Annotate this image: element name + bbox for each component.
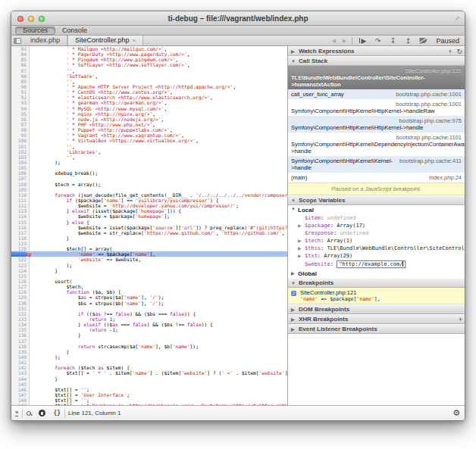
- code-line[interactable]: 115 } else {: [11, 220, 287, 225]
- add-watch-icon[interactable]: +: [448, 47, 452, 56]
- history-forward-icon[interactable]: ▶: [339, 38, 349, 44]
- line-number-gutter[interactable]: 137: [11, 338, 30, 344]
- code-line[interactable]: 128 function ($a, $b) {: [11, 289, 287, 295]
- close-window-icon[interactable]: [17, 16, 23, 22]
- refresh-watch-icon[interactable]: ↻: [456, 47, 462, 56]
- line-number-gutter[interactable]: 145: [11, 382, 30, 387]
- code-line[interactable]: 141: [11, 360, 287, 365]
- code-line[interactable]: 117 $website = str_replace('https://www.…: [11, 230, 287, 235]
- code-line[interactable]: 147 $txt[] = 'User Interface';: [11, 392, 287, 398]
- line-number-gutter[interactable]: 100: [11, 138, 30, 143]
- line-number-gutter[interactable]: 109: [11, 187, 30, 192]
- call-stack-frame[interactable]: bootstrap.php.cache:411Symfony\Component…: [288, 156, 465, 173]
- line-number-gutter[interactable]: 112: [11, 203, 30, 208]
- code-line[interactable]: 123 );: [11, 263, 287, 268]
- code-editor[interactable]: 83 ' * Mailgun <http://mailgun.com/>',84…: [11, 46, 287, 405]
- code-line[interactable]: 113 } elseif (isset($package['homepage']…: [11, 208, 287, 214]
- code-line[interactable]: 122 'website' => $website,: [11, 257, 287, 262]
- line-number-gutter[interactable]: 120: [11, 246, 30, 251]
- line-number-gutter[interactable]: 104: [11, 160, 30, 165]
- line-number-gutter[interactable]: 128: [11, 289, 30, 295]
- close-tab-icon[interactable]: ×: [133, 37, 136, 44]
- call-stack-frame[interactable]: index.php:24(main): [288, 173, 465, 182]
- tab-console[interactable]: Console: [55, 27, 94, 35]
- line-number-gutter[interactable]: 125: [11, 273, 30, 279]
- code-line[interactable]: 92 ' * elasticsearch <http://www.elastic…: [11, 95, 287, 100]
- code-line[interactable]: 145: [11, 382, 287, 387]
- line-number-gutter[interactable]: 107: [11, 176, 30, 181]
- code-line[interactable]: 137: [11, 338, 287, 344]
- breakpoint-checkbox[interactable]: ✓: [291, 291, 296, 296]
- code-line[interactable]: 87 '',: [11, 68, 287, 73]
- line-number-gutter[interactable]: 98: [11, 127, 30, 133]
- code-line[interactable]: 85 ' * Pingdom <http://www.pingdom.com/>…: [11, 57, 287, 62]
- resume-button[interactable]: ▶: [355, 37, 370, 45]
- scope-variable[interactable]: $response: undefined: [288, 229, 465, 237]
- line-number-gutter[interactable]: 143: [11, 370, 30, 376]
- code-line[interactable]: 116 $website = isset($package['source'][…: [11, 225, 287, 230]
- code-line[interactable]: 126 usort(: [11, 279, 287, 284]
- line-number-gutter[interactable]: 101: [11, 144, 30, 149]
- minimize-window-icon[interactable]: [28, 16, 34, 22]
- line-number-gutter[interactable]: 148: [11, 398, 30, 403]
- code-line[interactable]: 86 ' * SoftLayer <http://www.softlayer.c…: [11, 62, 287, 67]
- line-number-gutter[interactable]: 90: [11, 84, 30, 89]
- call-stack-frame[interactable]: bootstrap.php.cache:975Symfony\Component…: [288, 116, 465, 133]
- file-tab-sitecontroller[interactable]: SiteController.php×: [67, 36, 143, 45]
- code-line[interactable]: 118 }: [11, 235, 287, 241]
- code-line[interactable]: 91 ' * CentOS <http://www.centos.org/>',: [11, 89, 287, 95]
- step-out-button[interactable]: ↥: [400, 37, 415, 45]
- line-number-gutter[interactable]: 130: [11, 301, 30, 306]
- code-line[interactable]: 119: [11, 241, 287, 246]
- line-number-gutter[interactable]: 102: [11, 149, 30, 154]
- line-number-gutter[interactable]: 103: [11, 154, 30, 160]
- line-number-gutter[interactable]: 126: [11, 279, 30, 284]
- line-number-gutter[interactable]: 89: [11, 79, 30, 84]
- execution-line[interactable]: 121 'name' => $package['name'],: [11, 251, 287, 257]
- section-scope-variables[interactable]: ▼ Scope Variables: [288, 195, 465, 205]
- line-number-gutter[interactable]: 88: [11, 73, 30, 79]
- search-button[interactable]: [27, 411, 31, 416]
- call-stack-frame[interactable]: bootstrap.php.cache:1001call_user_func_a…: [288, 89, 465, 99]
- scope-variable[interactable]: $item: undefined: [288, 214, 465, 222]
- code-line[interactable]: 142 foreach ($tech as $item) {: [11, 365, 287, 370]
- code-line[interactable]: 132 if (($as !== false) && ($bs === fals…: [11, 311, 287, 316]
- line-number-gutter[interactable]: 114: [11, 214, 30, 219]
- line-number-gutter[interactable]: 106: [11, 170, 30, 176]
- code-line[interactable]: 97 ' * PHP <http://www.php.net/>',: [11, 122, 287, 127]
- line-number-gutter[interactable]: 144: [11, 376, 30, 382]
- line-number-gutter[interactable]: 117: [11, 230, 30, 235]
- section-watch-expressions[interactable]: ▶ Watch Expressions + ↻: [288, 46, 465, 56]
- code-line[interactable]: 90 ' * Apache HTTP Server Project <http:…: [11, 84, 287, 89]
- section-dom-breakpoints[interactable]: ▶ DOM Breakpoints: [288, 304, 465, 314]
- step-over-button[interactable]: ↷: [370, 37, 385, 45]
- code-line[interactable]: 108 $tech = array();: [11, 182, 287, 187]
- scope-variable[interactable]: ▶$tech: Array(1): [288, 237, 465, 245]
- variable-edit-input[interactable]: "http://example.com/: [337, 260, 406, 268]
- call-stack-frame[interactable]: bootstrap.php.cache:1001Symfony\Componen…: [288, 99, 465, 116]
- code-line[interactable]: 96 ' * node.js <http://nodejs.org/>',: [11, 117, 287, 122]
- code-line[interactable]: 143 $txt[] = ' * ' . $item['name'] . ($i…: [11, 370, 287, 376]
- code-line[interactable]: 129 $as = strpos($a['name'], '/');: [11, 295, 287, 300]
- line-number-gutter[interactable]: 141: [11, 360, 30, 365]
- line-number-gutter[interactable]: 97: [11, 122, 30, 127]
- console-toggle-button[interactable]: »: [15, 410, 18, 416]
- line-number-gutter[interactable]: 118: [11, 235, 30, 241]
- call-stack-frame[interactable]: bootstrap.php.cache:1101Symfony\Componen…: [288, 133, 465, 156]
- zoom-window-icon[interactable]: [39, 16, 45, 22]
- scope-variable[interactable]: ▶$this: TLE\Bundle\WebBundle\Controller\…: [288, 245, 465, 252]
- code-line[interactable]: 146 $txt[] = '';: [11, 387, 287, 392]
- line-number-gutter[interactable]: 111: [11, 198, 30, 203]
- file-tab-index[interactable]: index.php: [23, 36, 67, 45]
- line-number-gutter[interactable]: 121: [11, 251, 30, 257]
- code-line[interactable]: 144 }: [11, 376, 287, 382]
- line-number-gutter[interactable]: 99: [11, 133, 30, 138]
- line-number-gutter[interactable]: 84: [11, 51, 30, 57]
- line-number-gutter[interactable]: 119: [11, 241, 30, 246]
- record-button[interactable]: [39, 410, 45, 416]
- line-number-gutter[interactable]: 116: [11, 225, 30, 230]
- line-number-gutter[interactable]: 86: [11, 62, 30, 67]
- code-line[interactable]: 120 $tech[] = array(: [11, 246, 287, 251]
- code-line[interactable]: 94 ' * MySQL <http://www.mysql.com/>',: [11, 106, 287, 111]
- code-line[interactable]: 112 $website = 'http://developer.yahoo.c…: [11, 203, 287, 208]
